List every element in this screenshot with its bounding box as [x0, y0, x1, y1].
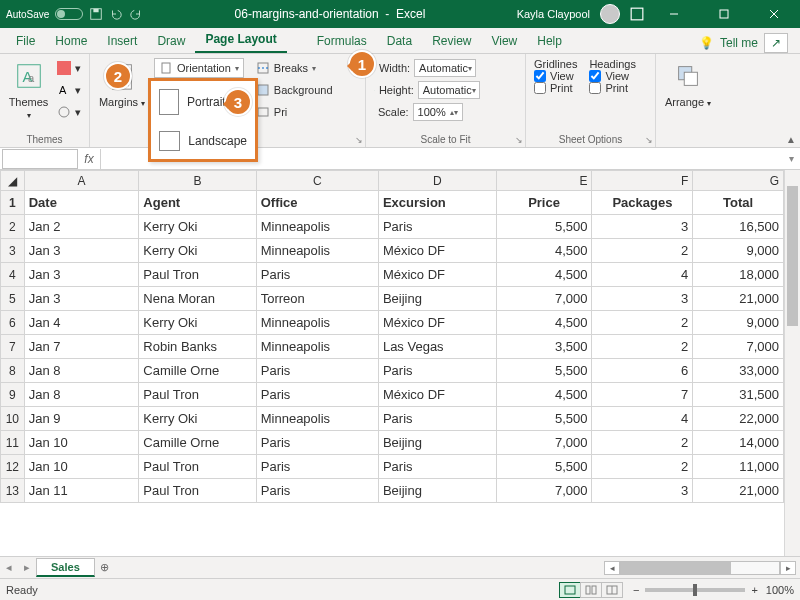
cell[interactable]: 4,500 [496, 311, 592, 335]
cell[interactable]: Paris [256, 479, 378, 503]
cell[interactable]: Jan 10 [24, 455, 139, 479]
cell[interactable]: Paris [256, 455, 378, 479]
cell[interactable]: Beijing [378, 479, 496, 503]
cell[interactable]: 4,500 [496, 263, 592, 287]
theme-colors[interactable]: ▾ [57, 58, 81, 78]
cell[interactable]: Minneapolis [256, 335, 378, 359]
cell[interactable]: Kerry Oki [139, 407, 256, 431]
cell[interactable]: 3 [592, 287, 693, 311]
headings-view[interactable]: View [589, 70, 635, 82]
cell[interactable]: Agent [139, 191, 256, 215]
cell[interactable]: 7,000 [496, 431, 592, 455]
select-all[interactable]: ◢ [1, 171, 25, 191]
width-select[interactable]: Automatic▾ [414, 59, 476, 77]
height-select[interactable]: Automatic▾ [418, 81, 480, 99]
cell[interactable]: 2 [592, 455, 693, 479]
cell[interactable]: Minneapolis [256, 239, 378, 263]
tab-file[interactable]: File [6, 30, 45, 53]
cell[interactable]: Excursion [378, 191, 496, 215]
cell[interactable]: 7,000 [693, 335, 784, 359]
scale-launcher[interactable]: ↘ [515, 135, 523, 145]
headings-print[interactable]: Print [589, 82, 635, 94]
cell[interactable]: México DF [378, 311, 496, 335]
col-header-F[interactable]: F [592, 171, 693, 191]
ribbon-display-icon[interactable] [630, 7, 644, 21]
row-header[interactable]: 3 [1, 239, 25, 263]
row-header[interactable]: 12 [1, 455, 25, 479]
cell[interactable]: Paris [256, 359, 378, 383]
cell[interactable]: Beijing [378, 287, 496, 311]
row-header[interactable]: 6 [1, 311, 25, 335]
avatar[interactable] [600, 4, 620, 24]
cell[interactable]: Las Vegas [378, 335, 496, 359]
cell[interactable]: Jan 3 [24, 239, 139, 263]
cell[interactable]: Paul Tron [139, 479, 256, 503]
scale-input[interactable]: 100%▴▾ [413, 103, 463, 121]
sheet-nav-next[interactable]: ▸ [18, 561, 36, 574]
page-setup-launcher[interactable]: ↘ [355, 135, 363, 145]
hscroll-left[interactable]: ◂ [604, 561, 620, 575]
cell[interactable]: Jan 2 [24, 215, 139, 239]
gridlines-print[interactable]: Print [534, 82, 577, 94]
col-header-G[interactable]: G [693, 171, 784, 191]
tell-me[interactable]: Tell me [720, 36, 758, 50]
worksheet-grid[interactable]: ◢ABCDEFG1DateAgentOfficeExcursionPricePa… [0, 170, 800, 556]
row-header[interactable]: 1 [1, 191, 25, 215]
cell[interactable]: Jan 3 [24, 287, 139, 311]
cell[interactable]: Minneapolis [256, 215, 378, 239]
tab-home[interactable]: Home [45, 30, 97, 53]
cell[interactable]: Paris [378, 215, 496, 239]
cell[interactable]: 18,000 [693, 263, 784, 287]
save-icon[interactable] [89, 7, 103, 21]
cell[interactable]: 9,000 [693, 239, 784, 263]
cell[interactable]: Paris [378, 455, 496, 479]
tab-view[interactable]: View [481, 30, 527, 53]
cell[interactable]: 4 [592, 407, 693, 431]
cell[interactable]: México DF [378, 263, 496, 287]
hscroll-right[interactable]: ▸ [780, 561, 796, 575]
cell[interactable]: México DF [378, 239, 496, 263]
cell[interactable]: Kerry Oki [139, 239, 256, 263]
add-sheet-button[interactable]: ⊕ [95, 561, 115, 574]
cell[interactable]: Jan 3 [24, 263, 139, 287]
maximize-button[interactable] [704, 0, 744, 28]
zoom-slider[interactable] [645, 588, 745, 592]
cell[interactable]: 21,000 [693, 287, 784, 311]
cell[interactable]: Jan 9 [24, 407, 139, 431]
formula-expand[interactable]: ▾ [782, 153, 800, 164]
cell[interactable]: Jan 8 [24, 359, 139, 383]
collapse-ribbon[interactable]: ▲ [786, 134, 796, 145]
orientation-landscape[interactable]: Landscape [151, 123, 255, 159]
cell[interactable]: 31,500 [693, 383, 784, 407]
cell[interactable]: Nena Moran [139, 287, 256, 311]
cell[interactable]: Robin Banks [139, 335, 256, 359]
cell[interactable]: Office [256, 191, 378, 215]
cell[interactable]: Price [496, 191, 592, 215]
cell[interactable]: Minneapolis [256, 407, 378, 431]
cell[interactable]: 2 [592, 335, 693, 359]
cell[interactable]: Date [24, 191, 139, 215]
close-button[interactable] [754, 0, 794, 28]
cell[interactable]: Jan 4 [24, 311, 139, 335]
col-header-A[interactable]: A [24, 171, 139, 191]
cell[interactable]: 9,000 [693, 311, 784, 335]
undo-icon[interactable] [109, 7, 123, 21]
theme-effects[interactable]: ▾ [57, 102, 81, 122]
cell[interactable]: 4 [592, 263, 693, 287]
cell[interactable]: 6 [592, 359, 693, 383]
cell[interactable]: 2 [592, 311, 693, 335]
tab-draw[interactable]: Draw [147, 30, 195, 53]
sheet-nav-prev[interactable]: ◂ [0, 561, 18, 574]
cell[interactable]: 22,000 [693, 407, 784, 431]
minimize-button[interactable] [654, 0, 694, 28]
row-header[interactable]: 13 [1, 479, 25, 503]
sheet-tab-sales[interactable]: Sales [36, 558, 95, 577]
cell[interactable]: Kerry Oki [139, 215, 256, 239]
orientation-button[interactable]: Orientation ▾ [154, 58, 244, 78]
cell[interactable]: 5,500 [496, 455, 592, 479]
share-button[interactable]: ↗ [764, 33, 788, 53]
tab-review[interactable]: Review [422, 30, 481, 53]
cell[interactable]: 2 [592, 431, 693, 455]
cell[interactable]: 5,500 [496, 359, 592, 383]
cell[interactable]: Paul Tron [139, 455, 256, 479]
